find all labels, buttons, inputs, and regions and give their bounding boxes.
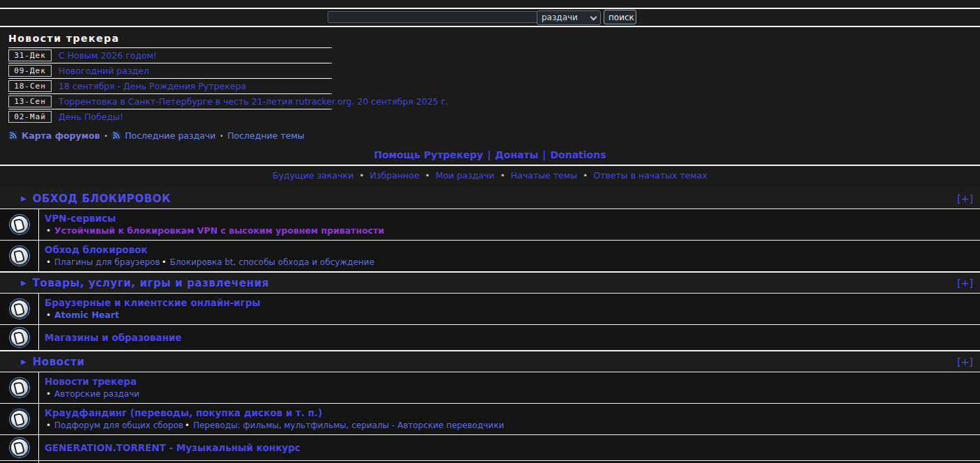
user-menu-link[interactable]: Начатые темы <box>511 170 577 181</box>
category-header: ▶ОБХОД БЛОКИРОВОК[+] <box>0 188 980 208</box>
category-collapse-toggle[interactable]: [+] <box>957 193 973 204</box>
news-link[interactable]: День Победы! <box>59 112 123 122</box>
subforum-line: •Устойчивый к блокировкам VPN с высоким … <box>45 225 980 236</box>
donate-link[interactable]: Донаты <box>495 149 538 160</box>
rss-icon[interactable] <box>112 131 121 140</box>
news-link[interactable]: Торрентовка в Санкт-Петербурге в честь 2… <box>59 96 448 107</box>
page-root: раздачи поиск Новости трекера 31-Дек С Н… <box>0 0 980 463</box>
category-title-link[interactable]: ОБХОД БЛОКИРОВОК <box>33 192 171 205</box>
user-menu-link[interactable]: Избранное <box>370 170 420 181</box>
donate-link[interactable]: Donations <box>550 149 606 160</box>
subforum-link[interactable]: Переводы: фильмы, мультфильмы, сериалы -… <box>193 420 504 430</box>
category-expand-arrow-icon[interactable]: ▶ <box>21 279 26 287</box>
forum-text-cell: Браузерные и клиентские онлайн-игры •Ato… <box>38 294 980 324</box>
forum-icon <box>10 215 29 234</box>
forum-row: VPN-сервисы •Устойчивый к блокировкам VP… <box>0 209 980 240</box>
forum-text-cell: Обход блокировок •Плагины для браузеров•… <box>38 241 980 271</box>
news-link[interactable]: Новогодний раздел <box>59 66 149 76</box>
subforum-link[interactable]: Устойчивый к блокировкам VPN с высоким у… <box>54 225 384 236</box>
news-table: 31-Дек С Новым 2026 годом! 09-Дек Нового… <box>8 47 332 124</box>
tracker-news: Новости трекера 31-Дек С Новым 2026 годо… <box>8 33 980 124</box>
bullet: • <box>46 389 51 399</box>
search-input[interactable] <box>328 11 539 23</box>
feed-link[interactable]: Последние раздачи <box>125 130 215 141</box>
news-date-badge: 02-Май <box>8 111 52 123</box>
forum-icon-cell <box>0 372 38 403</box>
forum-title-link[interactable]: Новости трекера <box>45 376 137 387</box>
donate-link[interactable]: Помощь Рутрекеру <box>374 149 483 160</box>
forum-icon <box>10 328 29 347</box>
category-expand-arrow-icon[interactable]: ▶ <box>21 195 26 202</box>
category-collapse-toggle[interactable]: [+] <box>957 356 973 367</box>
feed-link[interactable]: Карта форумов <box>22 130 100 141</box>
news-row: 09-Дек Новогодний раздел <box>8 63 332 79</box>
forum-row: GENERATION.TORRENT - Музыкальный конкурс <box>0 435 980 460</box>
forum-icon-cell <box>0 325 38 350</box>
forum-row: Обход блокировок •Плагины для браузеров•… <box>0 241 980 271</box>
news-link[interactable]: 18 сентября - День Рождения Рутрекера <box>59 81 246 91</box>
bullet: • <box>46 257 51 267</box>
category-header: ▶Товары, услуги, игры и развлечения[+] <box>0 273 980 293</box>
divider <box>0 26 980 27</box>
forum-title-link[interactable]: Браузерные и клиентские онлайн-игры <box>45 297 261 308</box>
subforum-link[interactable]: Подфорум для общих сборов <box>54 420 183 430</box>
rss-icon[interactable] <box>8 131 17 140</box>
donate-separator: | <box>542 149 546 160</box>
menu-separator: • <box>422 170 433 181</box>
subforum-line: •Плагины для браузеров•Блокировка bt, сп… <box>45 257 980 268</box>
subforum-line: •Подфорум для общих сборов•Переводы: фил… <box>45 420 980 431</box>
user-menu-link[interactable]: Мои раздачи <box>436 170 495 181</box>
donate-separator: | <box>487 149 491 160</box>
menu-separator: • <box>356 170 367 181</box>
forum-text-cell: GENERATION.TORRENT - Музыкальный конкурс <box>38 435 980 460</box>
subforum-line: •Авторские раздачи <box>45 388 980 400</box>
category-title-link[interactable]: Товары, услуги, игры и развлечения <box>33 277 269 289</box>
subforum-link[interactable]: Плагины для браузеров <box>54 257 160 267</box>
forum-title-link[interactable]: VPN-сервисы <box>45 213 116 224</box>
menu-separator: • <box>498 170 508 181</box>
bullet: • <box>46 310 51 320</box>
forum-title-link[interactable]: Магазины и образование <box>45 331 182 344</box>
forum-row: Новости трекера •Авторские раздачи <box>0 372 980 403</box>
user-menu: Будущие закачки • Избранное • Мои раздач… <box>0 170 980 185</box>
subforum-link[interactable]: Авторские раздачи <box>54 389 139 399</box>
subforum-link[interactable]: Блокировка bt, способы обхода и обсужден… <box>170 257 374 267</box>
user-menu-link[interactable]: Ответы в начатых темах <box>593 170 707 181</box>
category-header: ▶Новости[+] <box>0 351 980 372</box>
category-title-link[interactable]: Новости <box>33 356 85 368</box>
forum-icon <box>10 409 29 429</box>
news-row: 31-Дек С Новым 2026 годом! <box>8 48 332 63</box>
news-date-badge: 18-Сен <box>8 80 52 92</box>
subforum-link[interactable]: Atomic Heart <box>54 310 119 320</box>
forum-title-link[interactable]: Обход блокировок <box>45 244 148 255</box>
feed-link[interactable]: Последние темы <box>227 130 304 141</box>
menu-separator: • <box>580 170 590 181</box>
forum-sections: ▶ОБХОД БЛОКИРОВОК[+] VPN-сервисы •Устойч… <box>0 188 980 463</box>
user-menu-link[interactable]: Будущие закачки <box>273 170 353 181</box>
forum-icon <box>10 438 29 457</box>
bullet: • <box>185 420 190 430</box>
forum-title-link[interactable]: Краудфандинг (переводы, покупка дисков и… <box>45 407 322 418</box>
forum-icon-cell <box>0 209 38 240</box>
news-row: 18-Сен 18 сентября - День Рождения Рутре… <box>8 79 332 94</box>
forum-icon-cell <box>0 435 38 460</box>
category-expand-arrow-icon[interactable]: ▶ <box>21 358 26 365</box>
forum-text-cell: Магазины и образование <box>38 325 980 350</box>
divider <box>0 165 980 166</box>
forum-text-cell: VPN-сервисы •Устойчивый к блокировкам VP… <box>38 209 980 240</box>
donate-row: Помощь Рутрекеру|Донаты|Donations <box>0 149 980 165</box>
search-button[interactable]: поиск <box>604 10 636 24</box>
bullet: • <box>46 420 51 430</box>
forum-icon-cell <box>0 404 38 434</box>
subforum-line: •Atomic Heart <box>45 310 980 321</box>
news-link[interactable]: С Новым 2026 годом! <box>59 50 157 61</box>
search-category-select[interactable]: раздачи <box>537 10 601 25</box>
forum-title-link[interactable]: GENERATION.TORRENT - Музыкальный конкурс <box>45 441 300 454</box>
category-collapse-toggle[interactable]: [+] <box>957 278 973 289</box>
forum-icon <box>10 246 29 266</box>
news-row: 13-Сен Торрентовка в Санкт-Петербурге в … <box>8 94 332 109</box>
news-date-badge: 31-Дек <box>8 50 52 61</box>
news-title: Новости трекера <box>8 33 980 44</box>
feed-separator: · <box>104 130 107 141</box>
news-date-badge: 13-Сен <box>8 96 52 107</box>
